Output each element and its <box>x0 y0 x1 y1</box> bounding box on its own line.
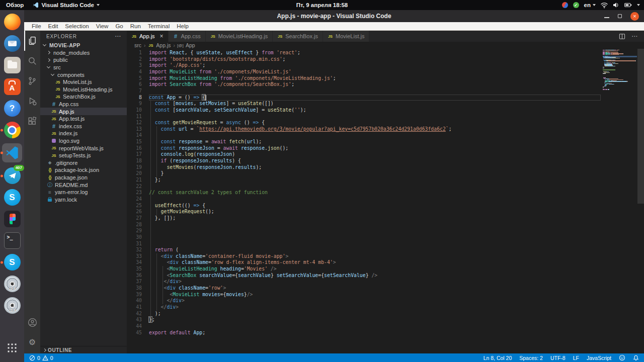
tree-item-App.js[interactable]: JSApp.js <box>40 108 127 115</box>
menu-view[interactable]: View <box>93 23 112 29</box>
code-line-23[interactable]: // const searchValue 2 types of function <box>149 190 602 196</box>
source-control-activity-icon[interactable] <box>24 71 40 91</box>
menu-run[interactable]: Run <box>127 23 144 29</box>
tree-item-App.test.js[interactable]: JSApp.test.js <box>40 115 127 123</box>
dock-item-terminal[interactable] <box>2 232 22 249</box>
activities-button[interactable]: Обзор <box>6 2 24 8</box>
code-line-37[interactable]: </div> <box>149 279 602 285</box>
more-actions-icon[interactable]: ⋯ <box>631 33 638 40</box>
code-line-8[interactable]: const App = () => { <box>149 95 602 101</box>
code-line-35[interactable]: <MovieListHeading heading='Movies' /> <box>149 266 602 273</box>
code-line-5[interactable]: import MovieListHeading from './componet… <box>149 75 602 82</box>
tree-item-index.js[interactable]: JSindex.js <box>40 130 127 137</box>
code-line-27[interactable]: }, []); <box>149 215 602 222</box>
chevron-down-icon[interactable] <box>637 4 640 6</box>
breadcrumb[interactable]: src›JSApp.js›[@]App <box>127 42 644 49</box>
code-line-34[interactable]: <div className='row d-flex align-items-c… <box>149 259 602 266</box>
dock-item-firefox[interactable] <box>2 14 22 30</box>
code-line-28[interactable] <box>149 222 602 228</box>
keyboard-layout-indicator[interactable]: en <box>584 2 596 8</box>
code-line-44[interactable] <box>149 323 602 330</box>
code-line-14[interactable] <box>149 132 602 139</box>
dock-item-cd-2[interactable]: CD-R <box>2 297 22 314</box>
status-cursor-position[interactable]: Ln 8, Col 20 <box>484 355 512 361</box>
menu-file[interactable]: File <box>28 23 45 29</box>
code-line-1[interactable]: import React, { useState, useEffect } fr… <box>149 50 602 56</box>
menu-go[interactable]: Go <box>112 23 126 29</box>
code-line-40[interactable]: </div> <box>149 298 602 304</box>
restore-button[interactable] <box>618 14 622 18</box>
breadcrumb-item-App.js[interactable]: App.js <box>156 42 171 48</box>
breadcrumb-item-App[interactable]: App <box>186 42 195 48</box>
dock-item-ubuntu-software[interactable] <box>2 78 22 95</box>
code-content[interactable]: import React, { useState, useEffect } fr… <box>149 50 602 353</box>
dock-item-vscode[interactable] <box>2 143 22 162</box>
code-line-12[interactable]: const getMovieRequest = async () => { <box>149 120 602 126</box>
code-line-21[interactable]: }; <box>149 177 602 184</box>
window-titlebar[interactable]: App.js - movie-app - Visual Studio Code … <box>24 10 644 22</box>
tree-item-SearchBox.js[interactable]: JSSearchBox.js <box>40 93 127 101</box>
status-indentation[interactable]: Spaces: 2 <box>519 355 543 361</box>
code-line-20[interactable]: } <box>149 170 602 177</box>
outline-section[interactable]: OUTLINE <box>40 346 127 353</box>
focused-app-menu[interactable]: Visual Studio Code <box>33 2 100 8</box>
code-line-11[interactable] <box>149 114 602 120</box>
code-line-29[interactable] <box>149 228 602 234</box>
dock-show-applications[interactable] <box>2 339 22 356</box>
dock-item-chrome[interactable] <box>2 122 22 138</box>
menu-selection[interactable]: Selection <box>61 23 92 29</box>
code-line-7[interactable] <box>149 88 602 95</box>
tree-folder-componets[interactable]: componets <box>40 71 127 78</box>
minimize-button[interactable] <box>604 17 609 18</box>
code-line-16[interactable]: const responseJson = await response.json… <box>149 145 602 152</box>
dock-item-figma[interactable] <box>2 211 22 227</box>
tree-item-reportWebVitals.js[interactable]: JSreportWebVitals.js <box>40 144 127 152</box>
code-line-30[interactable] <box>149 234 602 241</box>
code-line-13[interactable]: const url = `https://api.themoviedb.org/… <box>149 126 602 133</box>
dock-item-skype-2[interactable] <box>2 254 22 270</box>
close-button[interactable]: × <box>630 12 639 21</box>
dock-item-telegram[interactable]: 407 <box>2 167 22 184</box>
code-line-43[interactable]: }; <box>149 317 602 323</box>
tree-item-logo.svg[interactable]: logo.svg <box>40 137 127 145</box>
tree-item-README.md[interactable]: ⓘREADME.md <box>40 181 127 189</box>
tree-folder-public[interactable]: public <box>40 56 127 64</box>
code-line-42[interactable]: ); <box>149 311 602 317</box>
code-line-15[interactable]: const response = await fetch(url); <box>149 139 602 145</box>
tree-item-yarn.lock[interactable]: yarn.lock <box>40 196 127 203</box>
tab-SearchBox.js[interactable]: JSSearchBox.js <box>273 31 323 42</box>
tree-item-MovieListHeading.js[interactable]: JSMovieListHeading.js <box>40 86 127 94</box>
errors-count[interactable]: 0 <box>37 355 40 361</box>
tree-folder-MOVIE-APP[interactable]: MOVIE-APP <box>40 42 127 49</box>
tree-item-MovieList.js[interactable]: JSMovieList.js <box>40 78 127 86</box>
tree-item-package-lock.json[interactable]: {}package-lock.json <box>40 166 127 174</box>
run-debug-activity-icon[interactable] <box>24 91 40 111</box>
breadcrumb-item-src[interactable]: src <box>134 42 141 48</box>
notifications-bell-icon[interactable] <box>633 354 639 361</box>
code-line-32[interactable]: return ( <box>149 247 602 253</box>
volume-icon[interactable] <box>613 2 619 8</box>
code-line-36[interactable]: <SearchBox searchValue={searchValue} set… <box>149 273 602 279</box>
code-line-4[interactable]: import MovieList from './componets/Movie… <box>149 69 602 75</box>
code-line-2[interactable]: import 'bootstrap/dist/css/bootstrap.min… <box>149 56 602 63</box>
tree-folder-node_modules[interactable]: node_modules <box>40 49 127 57</box>
account-icon[interactable] <box>24 312 40 332</box>
tree-item-yarn-error.log[interactable]: ≡yarn-error.log <box>40 189 127 196</box>
tab-App.js[interactable]: JSApp.js× <box>127 31 169 42</box>
code-line-19[interactable]: setMovies(responseJson.results); <box>149 164 602 171</box>
updates-ok-indicator-icon[interactable]: ✓ <box>573 2 579 8</box>
tree-item-index.css[interactable]: #index.css <box>40 123 127 130</box>
battery-icon[interactable] <box>624 2 632 8</box>
code-line-22[interactable] <box>149 184 602 190</box>
menu-edit[interactable]: Edit <box>45 23 62 29</box>
close-tab-icon[interactable]: × <box>160 33 164 39</box>
code-line-18[interactable]: if (responseJson.results) { <box>149 158 602 164</box>
code-line-41[interactable]: </div> <box>149 304 602 311</box>
app-indicator-icon[interactable] <box>562 2 568 8</box>
minimap[interactable] <box>603 50 637 353</box>
code-line-38[interactable]: <div className='row'> <box>149 285 602 292</box>
dock-item-files[interactable] <box>2 57 22 73</box>
feedback-smiley-icon[interactable] <box>619 354 625 361</box>
tree-item-setupTests.js[interactable]: JSsetupTests.js <box>40 152 127 159</box>
status-language[interactable]: JavaScript <box>587 355 611 361</box>
